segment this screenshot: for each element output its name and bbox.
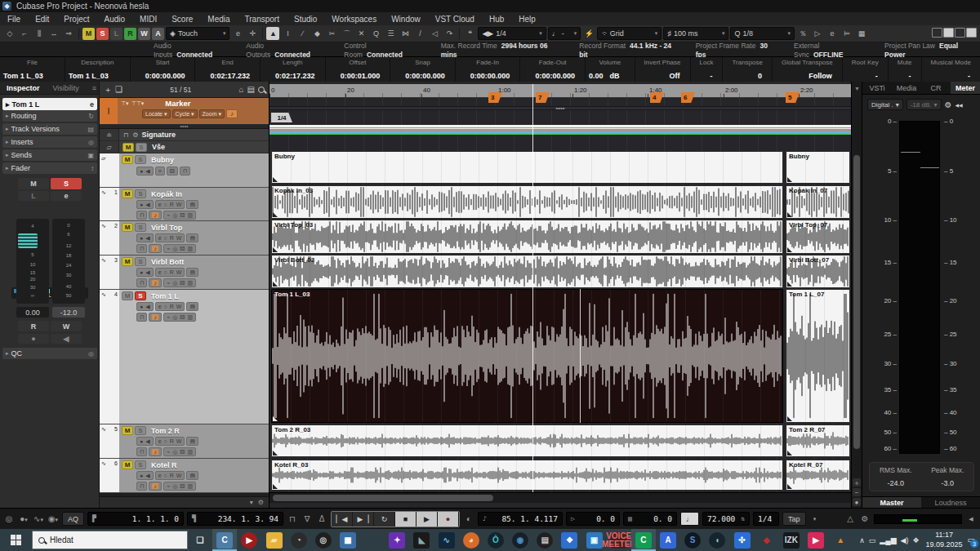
list-icon[interactable]: ▤ (247, 85, 255, 94)
info-field[interactable]: Musical Mode- (922, 57, 980, 82)
audio-event[interactable]: Tom 2 R_03 (271, 424, 783, 457)
zoom-tool[interactable]: Q (369, 27, 382, 40)
compensation-icon[interactable]: ✛ (246, 27, 259, 40)
macro-pad-icon[interactable]: ▦ (855, 27, 868, 40)
track-lock-button[interactable]: ⊓ (136, 313, 147, 322)
lane-divider[interactable]: •••• (270, 106, 851, 110)
fader-handle[interactable] (18, 233, 38, 248)
suspend-all[interactable]: A (152, 28, 164, 40)
track-edit-button[interactable]: ▤ (186, 302, 198, 311)
read-all[interactable]: R (124, 28, 136, 40)
tempo-field[interactable]: 72.000⇅ (702, 512, 750, 526)
group-track-bubny[interactable]: ▱ MSBubny ●◀ ≡ ⚄ ⊓ (100, 153, 269, 188)
marker-cycle-dropdown[interactable]: Cycle▾ (172, 109, 198, 118)
sync-settings-icon[interactable]: ⚙ (859, 514, 871, 523)
track-lock-button[interactable]: ⊓ (136, 482, 147, 491)
info-field[interactable]: End0:02:17.232 (195, 57, 260, 82)
tray-volume-icon[interactable]: ◀) (901, 536, 909, 544)
menu-item[interactable]: Project (56, 12, 96, 25)
info-field[interactable]: Mute- (889, 57, 921, 82)
cycle-button[interactable]: ↻ (374, 512, 395, 527)
track-lock-button[interactable]: ⊓ (136, 244, 147, 253)
track-lock-button[interactable]: ⊓ (136, 447, 147, 456)
home-icon[interactable]: ⌂ (239, 85, 244, 94)
track-erw-buttons[interactable]: e○RW (155, 200, 185, 209)
stop-button[interactable]: ■ (395, 512, 416, 527)
wave-app[interactable]: ∿ (434, 529, 459, 551)
menu-item[interactable]: Audio (96, 12, 132, 25)
dark-app[interactable]: ◣ (409, 529, 434, 551)
flame-app[interactable]: ◆ (755, 529, 779, 551)
gear-icon[interactable]: ⚙ (132, 131, 138, 139)
track-timebase-button[interactable]: ♪ (149, 244, 162, 253)
track-edit-button[interactable]: ▤ (186, 471, 198, 480)
search-track-icon[interactable] (258, 87, 265, 93)
solo-all[interactable]: S (96, 28, 109, 40)
track-erw-buttons[interactable]: e○RW (155, 233, 185, 242)
track-erw-buttons[interactable]: e○RW (155, 437, 185, 446)
track-row[interactable]: ∿1 MSKopák In ●◀ e○RW ▤ ⊓ ♪ ⌁◎⚄▥ (100, 188, 269, 221)
menu-item[interactable]: VST Cloud (428, 12, 482, 25)
task-view[interactable]: ❏ (188, 529, 212, 551)
channel-solo-button[interactable]: S (51, 178, 82, 189)
snap-dropdown[interactable]: ⁘Grid▾ (597, 27, 662, 40)
marker-bar-icon[interactable]: ⊨ (840, 27, 853, 40)
midi-record-mode-icon[interactable]: ∿▾ (33, 514, 44, 523)
channel-listen-button[interactable]: L (18, 191, 49, 201)
tray-signal-icon[interactable]: ▂▄▆ (880, 536, 896, 544)
window-layout-icon[interactable]: ⌐ (18, 27, 31, 40)
autoscroll-icon[interactable]: ⚡ (582, 27, 595, 40)
tempo-track-button[interactable]: ♩ (680, 512, 699, 526)
audio-event[interactable]: Bubny (271, 151, 783, 184)
monitor-button[interactable]: ◀ (51, 334, 82, 344)
erase-tool[interactable]: ◆ (310, 27, 323, 40)
track-misc-buttons[interactable]: ⌁◎⚄▥ (163, 482, 196, 491)
marker-locate-dropdown[interactable]: Locate▾ (142, 109, 171, 118)
izk-app[interactable]: IZK (779, 529, 804, 551)
punch-out-icon[interactable]: Δ (316, 514, 327, 523)
play-button[interactable]: ▶ (416, 512, 438, 527)
channel-mute-button[interactable]: M (18, 178, 49, 189)
meter-offset-dropdown[interactable]: -18 dB.▾ (906, 99, 942, 110)
tray-device-icon[interactable]: ▭ (869, 536, 876, 544)
track-rec-monitor[interactable]: ●◀ (136, 437, 154, 446)
info-field[interactable]: Transpose0 (723, 57, 772, 82)
meter-scale-dropdown[interactable]: Digital .▾ (867, 99, 903, 110)
info-field[interactable]: Snap0:00:00.000 (390, 57, 455, 82)
channel-edit-button[interactable]: e (51, 191, 82, 201)
track-mute-button[interactable]: M (122, 291, 133, 300)
color-tool[interactable]: ↷ (443, 27, 456, 40)
edit-icon[interactable]: e (826, 27, 839, 40)
track-row[interactable]: ∿3 MSVirbl Bott ●◀ e○RW ▤ ⊓ ♪ ⌁◎⚄▥ (100, 256, 269, 290)
power-app[interactable]: Ò (483, 529, 508, 551)
track-erw-buttons[interactable]: e○RW (155, 302, 185, 311)
marker-timebase-button[interactable]: ♪ (226, 109, 238, 118)
goto-end-button[interactable]: ▶▕ (353, 512, 374, 527)
volume-value[interactable]: 0.00 (16, 307, 49, 318)
play-app[interactable]: ▶ (804, 529, 828, 551)
track-misc-buttons[interactable]: ⌁◎⚄▥ (163, 211, 196, 220)
folder-overview-strip[interactable] (270, 125, 851, 135)
record-button[interactable]: ● (438, 512, 459, 527)
info-field[interactable]: Fade-Out0:00:00.000 (520, 57, 585, 82)
zoom-preset-button[interactable]: ● (853, 498, 861, 506)
tab-visibility[interactable]: Visibility (47, 84, 86, 92)
menu-item[interactable]: Workspaces (324, 12, 384, 25)
time-signature-field[interactable]: 1/4 (753, 512, 779, 526)
window-zone-buttons[interactable] (931, 28, 977, 39)
track-solo-button[interactable]: S (135, 291, 146, 300)
postroll-field[interactable]: ▧0. 0 (623, 512, 677, 526)
time-position-field[interactable]: ♪85. 1. 4.117 (478, 512, 563, 526)
volume-fader[interactable]: 40510152030∞ (16, 219, 49, 304)
camtasia[interactable]: C (631, 529, 656, 551)
read-automation-button[interactable]: R (18, 321, 49, 331)
audio-event[interactable]: Bubny (786, 151, 850, 184)
info-field[interactable]: Start0:00:00.000 (131, 57, 195, 82)
menu-item[interactable]: Score (164, 12, 200, 25)
vlc[interactable]: ▲ (828, 529, 853, 551)
track-mute-button[interactable]: M (122, 460, 133, 469)
folder-mute-button[interactable]: M (122, 143, 134, 152)
funnel-icon[interactable]: ▼ (854, 86, 860, 91)
edit-channel-icon[interactable]: e (231, 27, 244, 40)
calculator[interactable]: ▦ (336, 529, 360, 551)
